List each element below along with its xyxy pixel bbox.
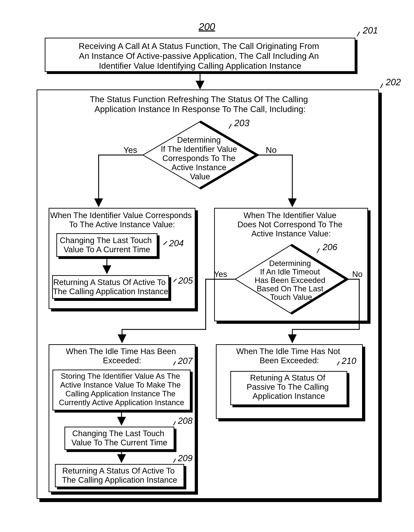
diagram-title: 200 — [198, 21, 215, 32]
label-201: 201 — [363, 25, 378, 35]
decision-206-no: No — [352, 269, 363, 279]
decision-203-yes: Yes — [123, 145, 137, 155]
label-203: 203 — [234, 118, 250, 128]
flowchart-diagram: 200 201 Receiving A Call At A Status Fun… — [0, 0, 414, 532]
label-207: 207 — [178, 356, 193, 366]
step-208-text: Changing The Last Touch Value To The Cur… — [72, 429, 168, 447]
step-207-text: Storing The Identifier Value As The Acti… — [59, 372, 184, 407]
label-206: 206 — [322, 242, 337, 252]
group-no-header: When The Identifier Value Does Not Corre… — [237, 211, 345, 238]
step-210-text: Retuning A Status Of Passive To The Call… — [246, 373, 331, 401]
label-209: 209 — [178, 453, 192, 463]
group-yes-header: When The Identifier Value Corresponds To… — [50, 211, 194, 229]
step-204-text: Changing The Last Touch Value To A Curre… — [60, 236, 154, 254]
step-205-text: Returning A Status Of Active To The Call… — [53, 278, 168, 296]
label-210: 210 — [341, 356, 357, 366]
step-201-text: Receiving A Call At A Status Function, T… — [79, 41, 321, 70]
label-204: 204 — [169, 238, 184, 248]
label-202: 202 — [386, 77, 401, 87]
step-209-text: Returning A Status Of Active To The Call… — [62, 466, 177, 484]
label-205: 205 — [178, 276, 193, 285]
decision-203-no: No — [266, 145, 276, 155]
decision-206-yes: Yes — [214, 269, 227, 279]
label-208: 208 — [178, 416, 193, 426]
